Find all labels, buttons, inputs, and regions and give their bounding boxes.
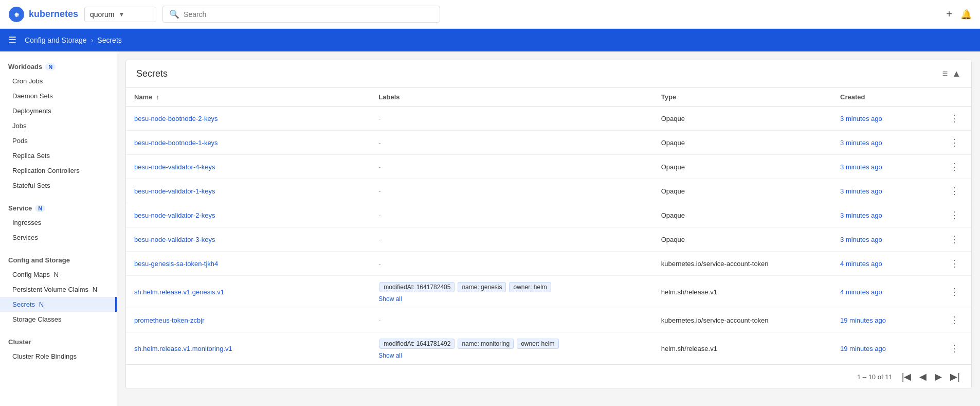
sidebar-service-title[interactable]: Service N	[0, 201, 117, 215]
more-menu-button[interactable]: ⋮	[946, 112, 963, 125]
filter-icon[interactable]: ≡	[942, 68, 948, 79]
more-menu-button[interactable]: ⋮	[946, 313, 963, 327]
secret-name-link[interactable]: besu-node-validator-1-keys	[134, 187, 215, 195]
more-menu-button[interactable]: ⋮	[946, 136, 963, 149]
pagination-next[interactable]: ▶	[932, 370, 945, 383]
table-row: besu-genesis-sa-token-tjkh4-kubernetes.i…	[126, 252, 971, 276]
more-menu-button[interactable]: ⋮	[946, 184, 963, 198]
cell-type: kubernetes.io/service-account-token	[653, 252, 832, 276]
cell-name: besu-node-validator-4-keys	[126, 155, 370, 179]
secret-name-link[interactable]: besu-node-bootnode-1-keys	[134, 139, 218, 147]
pagination-first[interactable]: |◀	[899, 370, 915, 383]
menu-icon[interactable]: ☰	[8, 34, 16, 46]
cell-type: kubernetes.io/service-account-token	[653, 308, 832, 332]
more-menu-button[interactable]: ⋮	[946, 285, 963, 298]
created-link[interactable]: 4 minutes ago	[840, 260, 882, 268]
sidebar-item-replication-controllers[interactable]: Replication Controllers	[0, 163, 117, 178]
table-row: besu-node-bootnode-2-keys-Opaque3 minute…	[126, 107, 971, 131]
label-tag: name: genesis	[458, 282, 506, 292]
sidebar-item-crb[interactable]: Cluster Role Bindings	[0, 349, 117, 364]
created-link[interactable]: 3 minutes ago	[840, 211, 882, 219]
secret-name-link[interactable]: besu-node-validator-3-keys	[134, 236, 215, 243]
cell-type: helm.sh/release.v1	[653, 332, 832, 365]
breadcrumb-bar: ☰ Config and Storage › Secrets	[0, 29, 980, 51]
cell-labels: modifiedAt: 1641781492name: monitoringow…	[370, 332, 652, 365]
cell-labels: -	[370, 252, 652, 276]
workloads-badge: N	[45, 63, 56, 70]
created-link[interactable]: 3 minutes ago	[840, 139, 882, 147]
cell-labels: -	[370, 131, 652, 155]
sidebar-item-services[interactable]: Services	[0, 230, 117, 245]
more-menu-button[interactable]: ⋮	[946, 233, 963, 246]
add-icon[interactable]: +	[946, 8, 952, 20]
created-link[interactable]: 4 minutes ago	[840, 288, 882, 296]
pagination-prev[interactable]: ◀	[916, 370, 930, 383]
sidebar-config-title[interactable]: Config and Storage	[0, 253, 117, 267]
search-input[interactable]	[184, 10, 433, 19]
cell-type: Opaque	[653, 131, 832, 155]
created-link[interactable]: 3 minutes ago	[840, 187, 882, 195]
secret-name-link[interactable]: prometheus-token-zcbjr	[134, 316, 205, 324]
cell-created: 4 minutes ago	[832, 252, 937, 276]
sidebar-item-pods[interactable]: Pods	[0, 133, 117, 148]
secret-name-link[interactable]: besu-node-bootnode-2-keys	[134, 115, 218, 122]
sidebar-workloads-title[interactable]: Workloads N	[0, 60, 117, 74]
sidebar-cluster-title[interactable]: Cluster	[0, 335, 117, 349]
show-all-link[interactable]: Show all	[378, 295, 644, 303]
col-created[interactable]: Created	[832, 88, 937, 107]
pagination-info: 1 – 10 of 11	[857, 373, 893, 381]
table-row: prometheus-token-zcbjr-kubernetes.io/ser…	[126, 308, 971, 332]
sidebar-item-deployments[interactable]: Deployments	[0, 103, 117, 118]
cell-more: ⋮	[937, 155, 971, 179]
more-menu-button[interactable]: ⋮	[946, 257, 963, 270]
sidebar-item-storage-classes[interactable]: Storage Classes	[0, 312, 117, 327]
created-link[interactable]: 3 minutes ago	[840, 115, 882, 122]
sidebar-item-replica-sets[interactable]: Replica Sets	[0, 148, 117, 163]
k8s-logo[interactable]: ⎈ kubernetes	[8, 6, 78, 23]
more-menu-button[interactable]: ⋮	[946, 342, 963, 355]
label-dash: -	[378, 211, 380, 219]
label-dash: -	[378, 115, 380, 122]
sidebar-section-workloads: Workloads N Cron Jobs Daemon Sets Deploy…	[0, 56, 117, 197]
created-link[interactable]: 3 minutes ago	[840, 163, 882, 171]
sidebar-item-secrets[interactable]: Secrets N	[0, 297, 117, 312]
cell-more: ⋮	[937, 107, 971, 131]
breadcrumb-parent[interactable]: Config and Storage	[25, 36, 87, 44]
k8s-logo-text: kubernetes	[29, 9, 78, 20]
search-icon: 🔍	[169, 9, 179, 19]
created-link[interactable]: 19 minutes ago	[840, 316, 886, 324]
search-bar[interactable]: 🔍	[162, 6, 440, 23]
sidebar-item-pvc[interactable]: Persistent Volume Claims N	[0, 282, 117, 297]
content-area: Secrets ≡ ▲ Name ↑ Labels Type Create	[117, 51, 980, 406]
cell-created: 3 minutes ago	[832, 131, 937, 155]
cell-labels: -	[370, 155, 652, 179]
sidebar-item-stateful-sets[interactable]: Stateful Sets	[0, 178, 117, 193]
namespace-selector[interactable]: quorum ▼	[84, 7, 156, 22]
created-link[interactable]: 3 minutes ago	[840, 236, 882, 243]
secret-name-link[interactable]: sh.helm.release.v1.monitoring.v1	[134, 345, 232, 352]
col-type[interactable]: Type	[653, 88, 832, 107]
sidebar-item-jobs[interactable]: Jobs	[0, 118, 117, 133]
pagination: 1 – 10 of 11 |◀ ◀ ▶ ▶|	[126, 364, 971, 389]
col-name[interactable]: Name ↑	[126, 88, 370, 107]
more-menu-button[interactable]: ⋮	[946, 208, 963, 222]
secret-name-link[interactable]: besu-node-validator-2-keys	[134, 211, 215, 219]
secret-name-link[interactable]: besu-genesis-sa-token-tjkh4	[134, 260, 218, 268]
pagination-last[interactable]: ▶|	[947, 370, 963, 383]
cell-created: 3 minutes ago	[832, 179, 937, 203]
sidebar-item-daemon-sets[interactable]: Daemon Sets	[0, 89, 117, 103]
created-link[interactable]: 19 minutes ago	[840, 345, 886, 352]
show-all-link[interactable]: Show all	[378, 352, 644, 359]
sidebar-item-config-maps[interactable]: Config Maps N	[0, 267, 117, 282]
collapse-icon[interactable]: ▲	[952, 68, 961, 79]
label-tag: owner: helm	[517, 339, 558, 349]
col-labels[interactable]: Labels	[370, 88, 652, 107]
more-menu-button[interactable]: ⋮	[946, 160, 963, 173]
secret-name-link[interactable]: besu-node-validator-4-keys	[134, 163, 215, 171]
chevron-down-icon: ▼	[119, 11, 125, 18]
sidebar-item-cron-jobs[interactable]: Cron Jobs	[0, 74, 117, 89]
secret-name-link[interactable]: sh.helm.release.v1.genesis.v1	[134, 288, 224, 296]
namespace-value: quorum	[90, 10, 114, 19]
sidebar-item-ingresses[interactable]: Ingresses	[0, 215, 117, 230]
bell-icon[interactable]: 🔔	[960, 9, 972, 20]
